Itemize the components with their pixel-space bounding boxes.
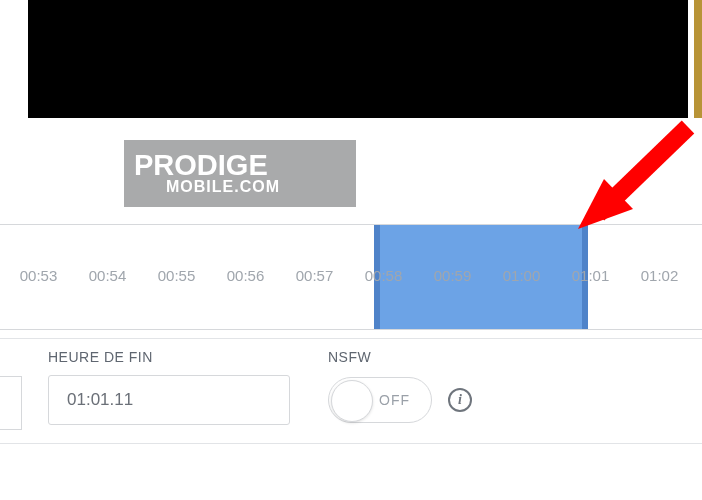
svg-marker-2 xyxy=(578,179,633,229)
logo-text-top: PRODIGE xyxy=(134,151,356,180)
nsfw-label: NSFW xyxy=(328,349,472,365)
end-time-label: HEURE DE FIN xyxy=(48,349,290,365)
video-preview xyxy=(28,0,688,118)
toggle-knob xyxy=(331,380,373,422)
nsfw-field-group: NSFW OFF i xyxy=(328,349,472,425)
annotation-arrow-icon xyxy=(558,119,702,239)
controls-row: HEURE DE FIN NSFW OFF i xyxy=(0,338,702,444)
timeline-tick: 00:55 xyxy=(142,267,211,284)
timeline-ticks: 00:53 00:54 00:55 00:56 00:57 00:58 00:5… xyxy=(0,267,702,284)
timeline-tick: 01:00 xyxy=(487,267,556,284)
timeline-tick: 00:59 xyxy=(418,267,487,284)
timeline[interactable]: 00:53 00:54 00:55 00:56 00:57 00:58 00:5… xyxy=(0,224,702,330)
svg-line-1 xyxy=(598,127,688,214)
timeline-tick: 00:54 xyxy=(73,267,142,284)
timeline-tick: 01:02 xyxy=(625,267,694,284)
nsfw-toggle[interactable]: OFF xyxy=(328,377,432,423)
toggle-state-label: OFF xyxy=(379,392,410,408)
timeline-tick: 01:01 xyxy=(556,267,625,284)
end-time-field-group: HEURE DE FIN xyxy=(48,349,290,425)
watermark-logo: PRODIGE MOBILE.COM xyxy=(124,140,356,207)
end-time-input[interactable] xyxy=(48,375,290,425)
video-edge-strip xyxy=(694,0,702,118)
logo-text-bottom: MOBILE.COM xyxy=(166,178,356,196)
timeline-tick: 00:53 xyxy=(4,267,73,284)
timeline-tick: 00:58 xyxy=(349,267,418,284)
timeline-tick: 00:57 xyxy=(280,267,349,284)
timeline-tick: 00:56 xyxy=(211,267,280,284)
info-icon[interactable]: i xyxy=(448,388,472,412)
